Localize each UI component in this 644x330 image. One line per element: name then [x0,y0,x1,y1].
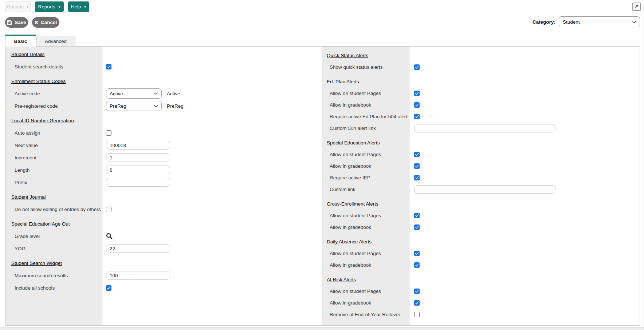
field-row: Allow in gradebook [322,297,640,309]
field-select[interactable]: PreReg [106,101,162,111]
checkbox[interactable] [414,114,420,119]
checkbox[interactable] [414,224,420,230]
section-heading[interactable]: Local ID Number Generation [11,118,74,123]
row-control-cell [409,312,640,317]
section-heading[interactable]: At Risk Alerts [327,277,356,282]
checkbox[interactable] [106,285,111,291]
section-heading[interactable]: Student Details [11,52,45,57]
options-button[interactable]: Options ▼ [5,1,31,12]
cancel-button[interactable]: ✖ Cancel [32,17,59,28]
section-heading-row: Quick Status Alerts [322,49,640,61]
selected-value-text: Active [167,91,180,96]
field-row: Next value [6,139,322,151]
field-label: Allow in gradebook [330,102,371,108]
settings-column-left: Student DetailsStudent search detailsEnr… [6,47,322,325]
checkbox[interactable] [414,300,420,306]
field-row: Remove at End-of-Year Rollover [322,309,640,320]
field-select[interactable]: Active [106,88,162,99]
row-label-cell: Allow on student Pages [322,289,409,294]
row-control-cell [409,175,640,180]
row-control-cell [409,185,640,194]
checkbox[interactable] [106,207,111,212]
row-label-cell: Special Education Age Out [6,221,102,227]
row-control-cell [409,124,640,132]
tab-basic[interactable]: Basic [5,35,36,47]
checkbox[interactable] [414,64,420,70]
checkmark-icon [415,289,419,293]
row-label-cell: Allow on student Pages [322,91,409,96]
options-button-label: Options [7,4,24,9]
checkmark-icon [415,214,419,218]
checkbox[interactable] [414,289,420,294]
row-label-cell: Cross-Enrollment Alerts [322,201,409,207]
section-heading[interactable]: Daily Absence Alerts [327,239,372,244]
help-button[interactable]: Help ▼ [68,1,89,12]
checkmark-icon [415,263,419,267]
open-in-new-icon[interactable] [632,3,641,11]
checkmark-icon [415,164,419,168]
checkbox[interactable] [414,102,420,108]
section-heading-row: Student Search Widget [6,257,322,269]
text-input[interactable] [414,124,555,132]
checkbox[interactable] [106,130,111,136]
field-label: Allow in gradebook [330,163,371,169]
section-heading[interactable]: Enrollment Status Codes [11,79,66,84]
row-label-cell: Student Details [6,52,102,57]
text-input[interactable] [106,244,170,253]
text-input[interactable] [106,271,170,280]
section-heading[interactable]: Special Education Alerts [327,140,380,146]
text-input[interactable] [106,141,170,150]
field-row: Allow on student Pages [322,148,640,160]
checkbox[interactable] [414,175,420,180]
field-row: Include all schools [6,282,322,294]
row-label-cell: Grade level [6,234,102,239]
category-label: Category: [533,19,555,25]
row-control-cell [409,251,640,256]
checkbox[interactable] [414,262,420,268]
section-heading-row: Student Details [6,48,322,60]
save-button[interactable]: Save [5,17,28,28]
category-select[interactable]: Student [559,16,640,27]
field-label: Active code [15,91,40,96]
section-heading-row: Special Education Age Out [6,218,322,230]
floppy-disk-icon [7,20,12,25]
checkbox[interactable] [414,312,420,317]
text-input[interactable] [414,185,555,194]
field-row: Custom link [322,183,640,195]
checkmark-icon [415,301,419,305]
checkbox[interactable] [106,64,111,69]
checkbox[interactable] [414,91,420,96]
search-icon[interactable] [106,233,113,239]
chevron-down-icon [154,91,158,95]
row-control-cell [409,64,640,70]
checkbox[interactable] [414,163,420,169]
checkmark-icon [415,65,419,69]
text-input[interactable] [106,153,170,162]
section-heading[interactable]: Ed. Plan Alerts [327,79,359,84]
settings-column-right: Quick Status AlertsShow quick status ale… [322,47,640,325]
text-input[interactable] [106,178,170,187]
text-input[interactable] [106,166,170,174]
checkbox[interactable] [414,251,420,256]
checkmark-icon [107,286,111,290]
reports-button[interactable]: Reports ▼ [35,1,64,12]
row-control-cell [409,213,640,218]
field-row: Student search details [6,60,322,73]
checkbox[interactable] [414,213,420,218]
section-heading[interactable]: Special Education Age Out [11,221,70,227]
row-control-cell [102,141,322,150]
settings-panel: Student DetailsStudent search detailsEnr… [5,46,640,326]
checkbox[interactable] [414,152,420,157]
section-heading[interactable]: Student Journal [11,194,46,200]
row-label-cell: Prefix [6,180,102,185]
row-control-cell [102,244,322,253]
section-heading[interactable]: Student Search Widget [11,261,62,266]
section-heading[interactable]: Cross-Enrollment Alerts [327,201,378,207]
row-control-cell: PreRegPreReg [102,101,322,111]
section-heading[interactable]: Quick Status Alerts [327,53,368,58]
horizontal-scrollbar[interactable] [0,327,644,330]
row-label-cell: At Risk Alerts [322,277,409,282]
field-label: Increment [15,155,36,160]
tab-advanced[interactable]: Advanced [36,36,75,46]
field-label: Show quick status alerts [330,64,383,70]
